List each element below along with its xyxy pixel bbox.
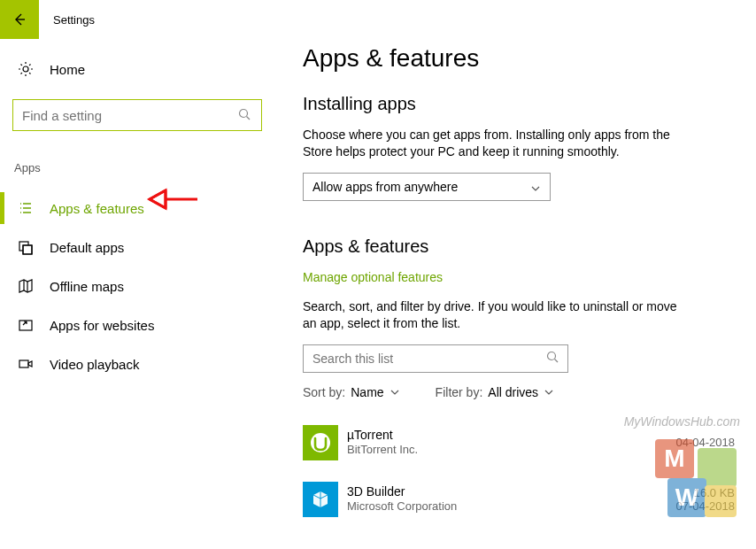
sidebar-item-apps-features[interactable]: Apps & features — [7, 189, 267, 228]
sidebar-item-label: Apps for websites — [50, 318, 154, 333]
list-icon — [18, 200, 34, 216]
filter-label: Filter by: — [436, 385, 483, 399]
svg-point-1 — [240, 110, 248, 118]
installing-heading: Installing apps — [303, 94, 735, 114]
search-apps-input[interactable] — [312, 352, 546, 366]
sidebar-item-label: Video playback — [50, 357, 139, 372]
filter-value: All drives — [488, 385, 538, 399]
sidebar-nav: Apps & features Default apps Offline map… — [7, 189, 267, 383]
default-apps-icon — [18, 239, 34, 255]
app-date: 07-04-2018 — [676, 499, 736, 513]
app-list: µTorrent BitTorrent Inc. 04-04-2018 3D B… — [303, 419, 735, 523]
open-external-icon — [18, 317, 34, 333]
sidebar-item-label: Default apps — [50, 240, 124, 255]
sidebar-item-label: Offline maps — [50, 279, 124, 294]
svg-point-6 — [548, 352, 556, 360]
video-icon — [18, 356, 34, 372]
app-icon-3dbuilder — [303, 482, 338, 517]
search-icon — [238, 108, 252, 122]
gear-icon — [18, 61, 34, 77]
app-name: µTorrent — [347, 428, 676, 443]
find-setting-input[interactable] — [22, 108, 238, 123]
sort-label: Sort by: — [303, 385, 345, 399]
dropdown-value: Allow apps from anywhere — [312, 180, 530, 194]
search-apps[interactable] — [303, 344, 568, 373]
sidebar-item-default-apps[interactable]: Default apps — [7, 228, 267, 267]
app-publisher: BitTorrent Inc. — [347, 443, 676, 457]
back-arrow-icon — [12, 12, 27, 27]
app-icon-utorrent — [303, 425, 338, 460]
installing-desc: Choose where you can get apps from. Inst… — [303, 127, 692, 160]
sidebar-item-video-playback[interactable]: Video playback — [7, 344, 267, 383]
chevron-down-icon — [390, 387, 400, 398]
sort-by-control[interactable]: Sort by: Name — [303, 385, 400, 399]
sidebar-item-offline-maps[interactable]: Offline maps — [7, 267, 267, 305]
back-button[interactable] — [0, 0, 39, 39]
app-row[interactable]: µTorrent BitTorrent Inc. 04-04-2018 — [303, 419, 735, 467]
sidebar: Home Apps Apps & features Default apps — [0, 39, 274, 549]
sidebar-item-apps-websites[interactable]: Apps for websites — [7, 305, 267, 344]
chevron-down-icon — [530, 182, 541, 192]
svg-point-0 — [23, 66, 28, 72]
titlebar: Settings — [0, 0, 756, 39]
content-pane: Apps & features Installing apps Choose w… — [274, 39, 756, 549]
sidebar-item-label: Apps & features — [50, 201, 144, 216]
apps-desc: Search, sort, and filter by drive. If yo… — [303, 298, 692, 332]
window-title: Settings — [53, 13, 95, 27]
sidebar-category: Apps — [14, 161, 267, 174]
svg-rect-5 — [19, 360, 28, 367]
home-label: Home — [50, 62, 85, 77]
sort-value: Name — [351, 385, 383, 399]
app-size: 16.0 KB — [676, 486, 736, 499]
home-nav[interactable]: Home — [7, 51, 267, 87]
sort-filter-row: Sort by: Name Filter by: All drives — [303, 385, 735, 399]
map-icon — [18, 278, 34, 294]
app-date: 04-04-2018 — [676, 436, 736, 449]
app-row[interactable]: 3D Builder Microsoft Corporation 16.0 KB… — [303, 476, 735, 523]
apps-heading: Apps & features — [303, 236, 735, 257]
install-source-dropdown[interactable]: Allow apps from anywhere — [303, 173, 551, 201]
manage-optional-link[interactable]: Manage optional features — [303, 270, 443, 284]
app-name: 3D Builder — [347, 484, 676, 499]
filter-by-control[interactable]: Filter by: All drives — [436, 385, 554, 399]
find-setting-search[interactable] — [12, 99, 262, 131]
page-title: Apps & features — [303, 44, 735, 73]
app-publisher: Microsoft Corporation — [347, 499, 676, 514]
search-icon — [546, 351, 559, 367]
chevron-down-icon — [544, 387, 554, 398]
